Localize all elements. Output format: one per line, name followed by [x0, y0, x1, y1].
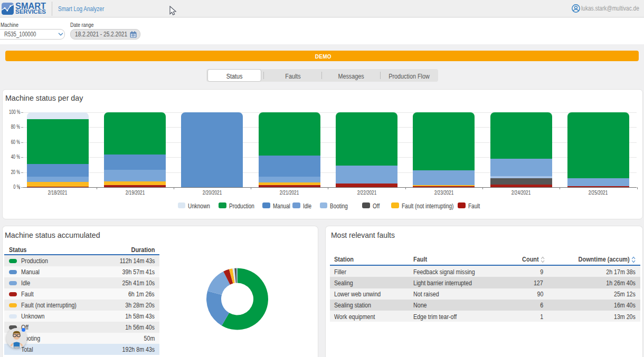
svg-text:SERVICES: SERVICES	[15, 9, 46, 15]
